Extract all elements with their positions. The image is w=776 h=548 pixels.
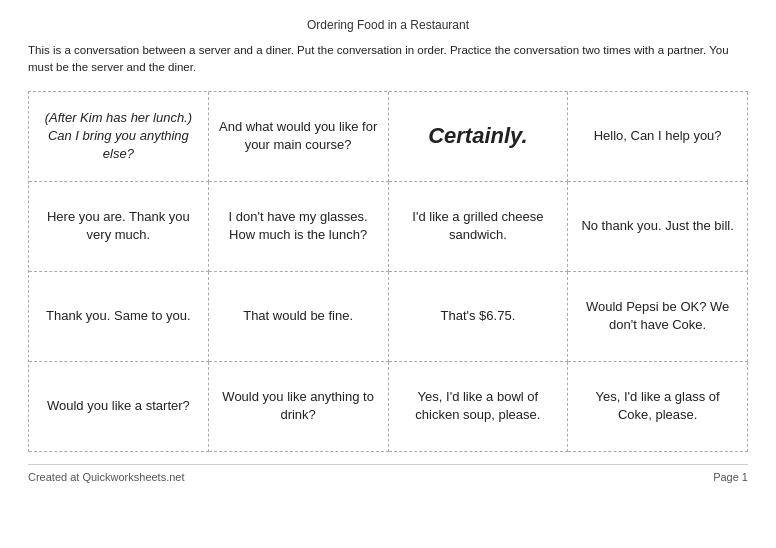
card-15: Yes, I'd like a glass of Coke, please. bbox=[568, 362, 748, 452]
card-13: Would you like anything to drink? bbox=[209, 362, 389, 452]
card-2: Certainly. bbox=[389, 92, 569, 182]
footer: Created at Quickworksheets.net Page 1 bbox=[28, 464, 748, 483]
card-grid: (After Kim has her lunch.) Can I bring y… bbox=[28, 91, 748, 452]
card-10: That's $6.75. bbox=[389, 272, 569, 362]
instructions: This is a conversation between a server … bbox=[28, 42, 748, 77]
card-14: Yes, I'd like a bowl of chicken soup, pl… bbox=[389, 362, 569, 452]
card-7: No thank you. Just the bill. bbox=[568, 182, 748, 272]
card-11: Would Pepsi be OK? We don't have Coke. bbox=[568, 272, 748, 362]
card-1: And what would you like for your main co… bbox=[209, 92, 389, 182]
card-3: Hello, Can I help you? bbox=[568, 92, 748, 182]
card-6: I'd like a grilled cheese sandwich. bbox=[389, 182, 569, 272]
footer-left: Created at Quickworksheets.net bbox=[28, 471, 185, 483]
card-0: (After Kim has her lunch.) Can I bring y… bbox=[29, 92, 209, 182]
card-8: Thank you. Same to you. bbox=[29, 272, 209, 362]
card-9: That would be fine. bbox=[209, 272, 389, 362]
footer-right: Page 1 bbox=[713, 471, 748, 483]
page-title: Ordering Food in a Restaurant bbox=[28, 18, 748, 32]
card-5: I don't have my glasses. How much is the… bbox=[209, 182, 389, 272]
card-12: Would you like a starter? bbox=[29, 362, 209, 452]
card-4: Here you are. Thank you very much. bbox=[29, 182, 209, 272]
